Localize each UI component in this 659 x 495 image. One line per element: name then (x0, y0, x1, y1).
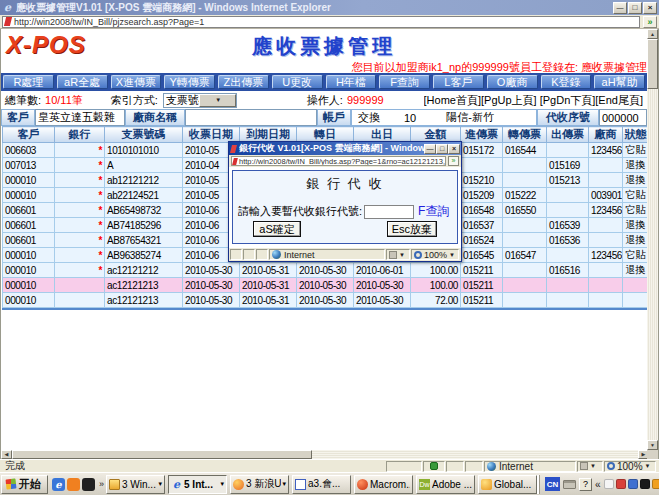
qq-launch-icon[interactable] (82, 478, 95, 491)
table-row[interactable]: 000010*ac121212122010-05-302010-05-31201… (3, 263, 649, 278)
alert-tray-icon[interactable] (652, 479, 659, 489)
dreamweaver-icon (419, 479, 430, 490)
security-segment[interactable] (577, 461, 603, 472)
horizontal-scroll-thumb[interactable] (12, 450, 312, 459)
grid-cell: 2010-05-30 (297, 263, 354, 278)
seq-input[interactable] (599, 109, 647, 126)
close-button[interactable] (643, 2, 657, 14)
toolbar-button[interactable]: Y轉傳票 (164, 75, 215, 89)
cancel-button[interactable]: Esc放棄 (387, 221, 437, 237)
column-header: 支票號碼 (105, 127, 183, 143)
grid-cell (461, 158, 503, 173)
chevron-down-icon (283, 480, 287, 488)
vertical-scroll-thumb[interactable] (647, 39, 658, 89)
toolbar-button[interactable]: X進傳票 (111, 75, 162, 89)
grid-cell: 015169 (547, 158, 589, 173)
login-message: 您目前以加盟商ik1_np的999999號員工登錄在: 應收票據管理 (1, 61, 647, 73)
taskbar-task[interactable]: Macrom... (354, 475, 413, 494)
vertical-scrollbar[interactable] (647, 29, 658, 450)
scroll-left-icon[interactable] (1, 450, 12, 459)
scroll-up-icon[interactable] (647, 29, 658, 39)
qq-tray-icon[interactable] (640, 479, 650, 489)
dialog-search-link[interactable]: F查詢 (418, 203, 449, 220)
minimize-button[interactable] (613, 2, 627, 14)
note-tray-icon[interactable] (604, 479, 614, 489)
dialog-maximize-button[interactable] (436, 144, 448, 154)
toolbar-button[interactable]: aH幫助 (594, 75, 645, 89)
scroll-down-icon[interactable] (647, 440, 658, 450)
tray-collapse-icon[interactable] (595, 479, 601, 490)
toolbar-button[interactable]: U更改 (272, 75, 323, 89)
grid-cell: 2010-05-30 (183, 263, 240, 278)
toolbar-button[interactable]: F查詢 (379, 75, 430, 89)
filter-row: 客戶 廠商名稱 帳戶 交換 10 陽信-新竹 代收序號 (1, 109, 647, 126)
zoom-segment[interactable]: 100% (604, 461, 656, 472)
folder-icon (109, 479, 120, 490)
account-field[interactable]: 交換 10 陽信-新竹 (351, 109, 537, 126)
total-label: 總筆數: (5, 93, 41, 108)
grid-cell: 退換 (623, 218, 649, 233)
address-field[interactable]: http://win2008/tw/IN_Bill/pjzsearch.asp?… (2, 16, 640, 28)
network-tray-icon[interactable] (628, 479, 638, 489)
taskbar-task[interactable]: 3 Win... (106, 475, 165, 494)
grid-cell: AB96385274 (105, 248, 183, 263)
media-launch-icon[interactable] (67, 478, 80, 491)
toolbar-button[interactable]: H年檔 (326, 75, 377, 89)
toolbar-button[interactable]: L客戶 (433, 75, 484, 89)
grid-cell (589, 218, 623, 233)
taskbar-task[interactable]: 5 Int... (168, 475, 227, 494)
messenger-tray-icon[interactable] (616, 479, 626, 489)
taskbar-task[interactable]: Adobe ... (416, 475, 475, 494)
grid-cell (547, 248, 589, 263)
toolbar-button[interactable]: aR全處 (57, 75, 108, 89)
taskbar-task[interactable]: Global... (478, 475, 537, 494)
table-row[interactable]: 000010ac121212132010-05-302010-05-312010… (3, 278, 649, 293)
go-icon[interactable] (643, 16, 657, 28)
bank-code-input[interactable] (364, 205, 414, 219)
grid-cell: 016548 (461, 203, 503, 218)
toolbar-button[interactable]: K登錄 (541, 75, 592, 89)
start-button[interactable]: 开始 (1, 475, 48, 494)
grid-cell: * (55, 203, 105, 218)
table-row[interactable]: 000010ac121212132010-05-302010-05-312010… (3, 293, 649, 308)
dialog-close-button[interactable] (448, 144, 460, 154)
dialog-go-icon[interactable] (448, 156, 459, 166)
grid-cell: 015213 (547, 173, 589, 188)
dialog-titlebar[interactable]: 銀行代收 V1.01[X-POS 雲端商務網] - Windows In... (229, 142, 461, 155)
grid-cell: 123456 (589, 203, 623, 218)
chevron-down-icon[interactable] (199, 94, 236, 107)
toolbar-button[interactable]: R處理 (3, 75, 54, 89)
grid-cell (623, 293, 649, 308)
horizontal-scrollbar[interactable] (1, 450, 649, 459)
grid-cell (547, 143, 589, 158)
taskbar-task[interactable]: a3.會... (292, 475, 351, 494)
zoom-icon (607, 462, 615, 470)
ie-launch-icon[interactable]: e (52, 478, 65, 491)
column-header: 銀行 (55, 127, 105, 143)
dialog-zoom-segment[interactable]: 100% (411, 249, 459, 260)
taskbar-task[interactable]: 3 新浪UC (230, 475, 289, 494)
customer-input[interactable] (35, 109, 125, 126)
grid-cell: 2010-05-30 (297, 293, 354, 308)
toolbar-button[interactable]: O廠商 (487, 75, 538, 89)
main-titlebar[interactable]: e 應收票據管理V1.01 [X-POS 雲端商務網] - Windows In… (0, 0, 659, 15)
help-icon[interactable] (579, 478, 592, 491)
dialog-security-segment[interactable] (386, 249, 410, 260)
confirm-button[interactable]: aS確定 (253, 221, 301, 237)
toolbar-button[interactable]: Z出傳票 (218, 75, 269, 89)
dialog-minimize-button[interactable] (424, 144, 436, 154)
vendor-input[interactable] (185, 109, 317, 126)
printer-icon[interactable] (563, 480, 576, 489)
dialog-address-field[interactable]: http://win2008/tw/IN_Bill/yhds.asp?Page=… (231, 156, 446, 166)
dialog-panel: 銀 行 代 收 請輸入要暫代收銀行代號: F查詢 aS確定 Esc放棄 (232, 170, 458, 244)
maximize-button[interactable] (628, 2, 642, 14)
account-no: 10 (404, 112, 416, 124)
dialog-url: http://win2008/tw/IN_Bill/yhds.asp?Page=… (239, 157, 446, 166)
grid-cell: 100.00 (411, 278, 461, 293)
quicklaunch-overflow-icon[interactable]: » (99, 479, 104, 489)
status-green-icon (430, 462, 438, 470)
index-select[interactable]: 支票號碼 (163, 93, 237, 108)
language-indicator[interactable]: CN (545, 477, 560, 491)
status-segment (465, 461, 483, 472)
grid-cell: 007013 (3, 158, 55, 173)
